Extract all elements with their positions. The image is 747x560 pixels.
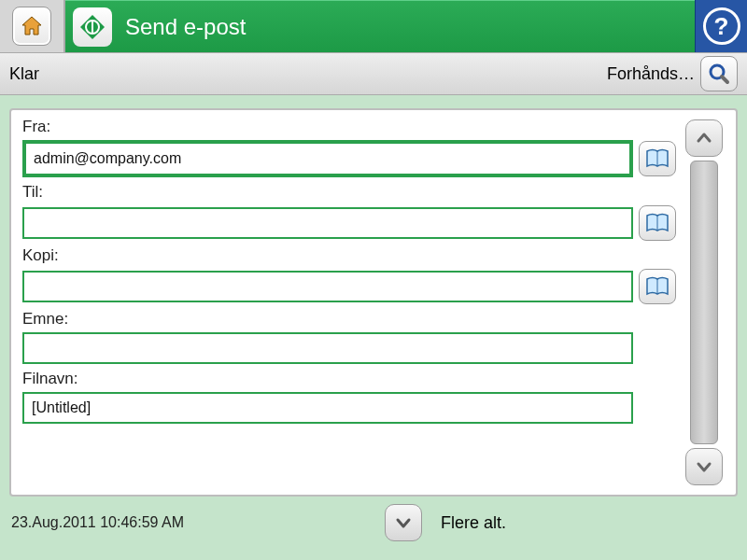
chevron-up-icon [695,129,713,147]
footer: 23.Aug.2011 10:46:59 AM Flere alt. [0,497,747,549]
status-text: Klar [9,64,39,84]
svg-line-5 [722,77,727,82]
subject-input[interactable] [22,332,633,364]
chevron-down-icon [695,457,713,476]
title-area: Send e-post [65,0,695,52]
to-input[interactable] [22,207,633,239]
home-icon [12,7,51,46]
scroll-up-button[interactable] [685,119,723,157]
help-icon: ? [703,7,740,45]
filename-field-group: Filnavn: [22,370,676,424]
scroll-down-button[interactable] [685,448,723,485]
preview-button[interactable] [700,56,738,91]
svg-marker-0 [22,17,41,35]
filename-label: Filnavn: [22,370,676,388]
scroll-track[interactable] [690,161,718,444]
page-title: Send e-post [125,14,246,40]
from-addressbook-button[interactable] [639,141,676,176]
cc-addressbook-button[interactable] [639,269,676,304]
status-bar: Klar Forhånds… [0,52,747,95]
more-options-button[interactable] [385,504,422,541]
subject-field-group: Emne: [22,310,676,364]
addressbook-icon [645,213,669,233]
magnifier-icon [708,63,730,85]
scrollbar [684,118,725,487]
addressbook-icon [645,276,669,297]
cc-input[interactable] [22,271,633,302]
from-input[interactable] [22,140,633,177]
filename-input[interactable] [22,392,633,424]
preview-label: Forhånds… [607,64,695,84]
to-field-group: Til: [22,183,676,241]
to-addressbook-button[interactable] [639,205,676,241]
to-label: Til: [22,183,676,202]
home-button[interactable] [0,0,65,52]
chevron-down-icon [394,513,413,532]
title-bar: Send e-post ? [0,0,747,52]
subject-label: Emne: [22,310,676,329]
addressbook-icon [645,148,669,169]
timestamp: 23.Aug.2011 10:46:59 AM [11,514,366,531]
from-label: Fra: [22,118,676,136]
form-panel: Fra: Til: [9,108,738,497]
help-button[interactable]: ? [695,0,747,52]
start-icon [73,7,112,47]
from-field-group: Fra: [22,118,676,177]
more-options-label: Flere alt. [441,513,506,533]
cc-field-group: Kopi: [22,246,676,304]
cc-label: Kopi: [22,246,676,265]
